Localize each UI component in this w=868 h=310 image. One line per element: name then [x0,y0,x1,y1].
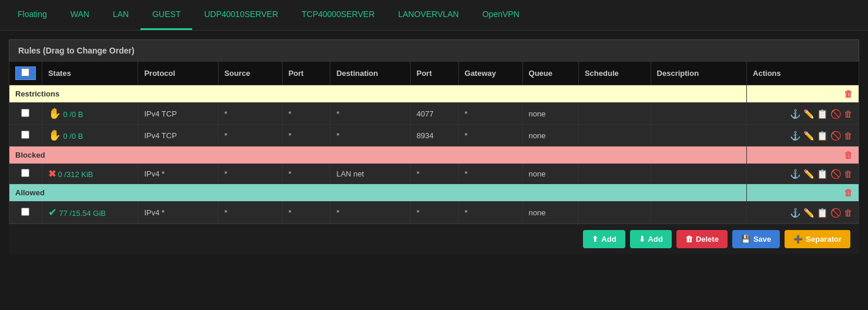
tab-openvpn[interactable]: OpenVPN [471,0,531,30]
col-header-port: Port [282,62,330,85]
row2-description [651,125,747,146]
delete-separator-restrictions-icon[interactable]: 🗑 [844,89,853,98]
save-label: Save [753,235,771,244]
row2-edit-icon[interactable]: ✏️ [803,131,815,140]
row3-delete-icon[interactable]: 🗑 [844,169,853,178]
row2-actions: ⚓ ✏️ 📋 🚫 🗑 [747,125,859,146]
row1-edit-icon[interactable]: ✏️ [803,109,815,118]
tab-guest[interactable]: GUEST [140,0,192,30]
add-top-label: Add [601,235,616,244]
separator-allowed-actions: 🗑 [747,184,859,202]
row1-status: ✋ 0 /0 B [42,103,138,125]
delete-icon: 🗑 [685,235,693,244]
row1-states: 0 /0 B [63,110,83,119]
tab-udp40010server[interactable]: UDP40010SERVER [192,0,290,30]
col-header-schedule: Schedule [578,62,651,85]
row2-queue: none [522,125,578,146]
row4-copy-icon[interactable]: 📋 [817,208,828,217]
row2-destination: * [330,125,410,146]
tab-floating[interactable]: Floating [6,0,59,30]
row2-checkbox-cell [9,125,42,146]
row4-checkbox[interactable] [21,208,29,216]
col-header-actions: Actions [747,62,859,85]
row4-destination: * [330,202,410,224]
row3-checkbox-cell [9,164,42,184]
row4-schedule [578,202,651,224]
row1-schedule [578,103,651,125]
delete-button[interactable]: 🗑 Delete [676,230,728,248]
row2-disable-icon[interactable]: 🚫 [830,131,842,140]
row1-disable-icon[interactable]: 🚫 [830,109,842,118]
row3-protocol: IPv4 * [138,164,218,184]
row4-queue: none [522,202,578,224]
row2-protocol: IPv4 TCP [138,125,218,146]
row1-checkbox-cell [9,103,42,125]
row1-copy-icon[interactable]: 📋 [817,109,828,118]
row4-status-icon: ✔ [48,206,57,218]
tab-tcp40000server[interactable]: TCP40000SERVER [290,0,386,30]
row2-checkbox[interactable] [21,131,29,139]
row3-status-icon: ✖ [48,169,56,179]
delete-separator-allowed-icon[interactable]: 🗑 [844,188,853,197]
row1-anchor-icon[interactable]: ⚓ [790,109,801,118]
add-top-icon: ⬆ [592,235,598,244]
tab-lanovervlan[interactable]: LANOVERVLAN [387,0,471,30]
separator-restrictions-actions: 🗑 [747,85,859,103]
col-header-destination: Destination [330,62,410,85]
row2-source: * [218,125,282,146]
save-button[interactable]: 💾 Save [732,230,780,248]
row1-dest-port: 4077 [410,103,458,125]
row2-copy-icon[interactable]: 📋 [817,131,828,140]
row3-copy-icon[interactable]: 📋 [817,169,828,178]
add-bottom-icon: ⬇ [639,235,645,244]
row3-anchor-icon[interactable]: ⚓ [790,169,801,178]
add-bottom-button[interactable]: ⬇ Add [630,230,672,248]
table-row: ✋ 0 /0 B IPv4 TCP * * * 8934 * none ⚓ ✏️… [9,125,859,146]
row4-edit-icon[interactable]: ✏️ [803,208,815,217]
add-top-button[interactable]: ⬆ Add [583,230,625,248]
row2-delete-icon[interactable]: 🗑 [844,131,853,140]
delete-label: Delete [696,235,719,244]
row2-schedule [578,125,651,146]
main-content: Rules (Drag to Change Order) States Prot… [0,31,868,263]
row1-port: * [282,103,330,125]
row3-description [651,164,747,184]
row2-anchor-icon[interactable]: ⚓ [790,131,801,140]
row3-port: * [282,164,330,184]
select-all-checkbox[interactable] [21,68,29,76]
separator-restrictions-label: Restrictions [9,85,747,103]
row4-disable-icon[interactable]: 🚫 [830,208,842,217]
row4-checkbox-cell [9,202,42,224]
row2-gateway: * [458,125,522,146]
delete-separator-blocked-icon[interactable]: 🗑 [844,151,853,159]
row3-status: ✖ 0 /312 KiB [42,164,138,184]
row2-dest-port: 8934 [410,125,458,146]
row1-destination: * [330,103,410,125]
row4-delete-icon[interactable]: 🗑 [844,208,853,217]
row1-delete-icon[interactable]: 🗑 [844,109,853,118]
row3-disable-icon[interactable]: 🚫 [830,169,842,178]
row1-source: * [218,103,282,125]
row3-dest-port: * [410,164,458,184]
col-header-states: States [42,62,138,85]
separator-button[interactable]: ➕ Separator [785,230,850,248]
row1-gateway: * [458,103,522,125]
row4-anchor-icon[interactable]: ⚓ [790,208,801,217]
separator-blocked-label: Blocked [9,146,747,164]
row3-checkbox[interactable] [21,169,29,177]
col-header-queue: Queue [522,62,578,85]
tab-lan[interactable]: LAN [101,0,140,30]
col-header-checkbox[interactable] [9,62,42,85]
row4-actions: ⚓ ✏️ 📋 🚫 🗑 [747,202,859,224]
separator-restrictions: Restrictions 🗑 [9,85,859,103]
col-header-gateway: Gateway [458,62,522,85]
row3-gateway: * [458,164,522,184]
tab-wan[interactable]: WAN [59,0,101,30]
row2-status-icon: ✋ [48,129,61,141]
row3-destination: LAN net [330,164,410,184]
col-header-source: Source [218,62,282,85]
row1-checkbox[interactable] [21,109,29,117]
row3-edit-icon[interactable]: ✏️ [803,169,815,178]
save-icon: 💾 [741,235,750,244]
col-header-dest-port: Port [410,62,458,85]
